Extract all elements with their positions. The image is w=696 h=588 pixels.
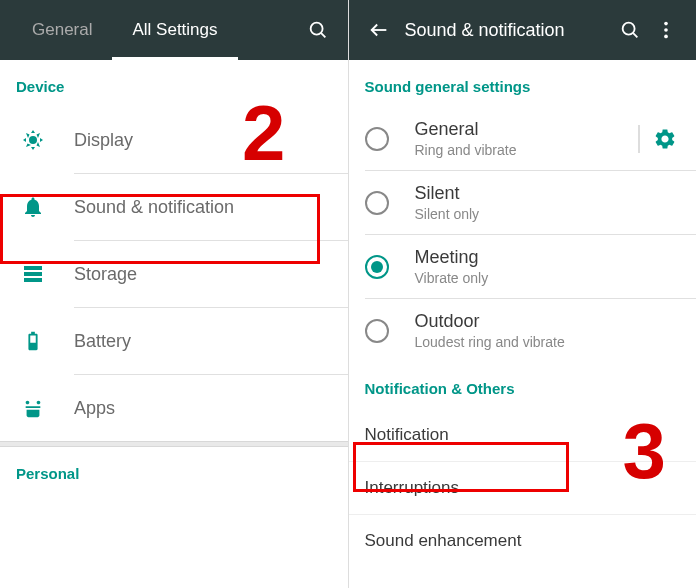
panel-settings-list: General All Settings Device Display Soun…: [0, 0, 349, 588]
svg-point-10: [664, 28, 668, 32]
profile-title: Outdoor: [415, 311, 681, 332]
svg-line-1: [321, 33, 325, 37]
tab-all-settings[interactable]: All Settings: [112, 0, 237, 60]
profile-sub: Silent only: [415, 206, 681, 222]
svg-point-11: [664, 35, 668, 39]
radio-icon: [365, 255, 389, 279]
item-interruptions[interactable]: Interruptions: [349, 462, 697, 515]
panel-sound-notification: Sound & notification Sound general setti…: [349, 0, 697, 588]
gear-icon[interactable]: [650, 124, 680, 154]
storage-icon: [18, 259, 48, 289]
topbar-left: General All Settings: [0, 0, 348, 60]
bell-icon: [18, 192, 48, 222]
topbar-right: Sound & notification: [349, 0, 697, 60]
search-icon[interactable]: [300, 12, 336, 48]
item-label: Display: [74, 130, 133, 151]
item-notification[interactable]: Notification: [349, 409, 697, 462]
profile-sub: Ring and vibrate: [415, 142, 639, 158]
profile-meeting[interactable]: Meeting Vibrate only: [349, 235, 697, 298]
item-sound-enhancement[interactable]: Sound enhancement: [349, 515, 697, 567]
tab-general[interactable]: General: [12, 0, 112, 60]
apps-icon: [18, 393, 48, 423]
item-apps[interactable]: Apps: [0, 375, 348, 441]
radio-icon: [365, 319, 389, 343]
screen-title: Sound & notification: [405, 20, 613, 41]
item-label: Apps: [74, 398, 115, 419]
separator: [638, 125, 640, 153]
profile-text: General Ring and vibrate: [415, 119, 639, 158]
radio-icon: [365, 191, 389, 215]
section-notif-others: Notification & Others: [349, 362, 697, 409]
svg-point-0: [310, 23, 322, 35]
item-sound-notification[interactable]: Sound & notification: [0, 174, 348, 240]
brightness-icon: [18, 125, 48, 155]
svg-rect-3: [24, 266, 42, 270]
profile-text: Meeting Vibrate only: [415, 247, 681, 286]
section-device: Device: [0, 60, 348, 107]
section-sound-general: Sound general settings: [349, 60, 697, 107]
svg-point-9: [664, 22, 668, 26]
svg-point-2: [29, 136, 37, 144]
svg-rect-5: [24, 278, 42, 282]
svg-rect-4: [24, 272, 42, 276]
profile-text: Outdoor Loudest ring and vibrate: [415, 311, 681, 350]
svg-line-8: [633, 33, 637, 37]
item-label: Sound & notification: [74, 197, 234, 218]
profile-general[interactable]: General Ring and vibrate: [349, 107, 697, 170]
settings-content: Device Display Sound & notification Stor…: [0, 60, 348, 588]
radio-icon: [365, 127, 389, 151]
battery-icon: [18, 326, 48, 356]
search-icon[interactable]: [612, 12, 648, 48]
back-icon[interactable]: [361, 12, 397, 48]
profile-silent[interactable]: Silent Silent only: [349, 171, 697, 234]
section-personal: Personal: [0, 447, 348, 494]
item-label: Storage: [74, 264, 137, 285]
profile-title: General: [415, 119, 639, 140]
profile-sub: Vibrate only: [415, 270, 681, 286]
sound-content: Sound general settings General Ring and …: [349, 60, 697, 588]
profile-title: Silent: [415, 183, 681, 204]
profile-text: Silent Silent only: [415, 183, 681, 222]
overflow-menu-icon[interactable]: [648, 12, 684, 48]
profile-outdoor[interactable]: Outdoor Loudest ring and vibrate: [349, 299, 697, 362]
item-battery[interactable]: Battery: [0, 308, 348, 374]
item-display[interactable]: Display: [0, 107, 348, 173]
tabs: General All Settings: [12, 0, 300, 60]
svg-point-7: [623, 23, 635, 35]
profile-sub: Loudest ring and vibrate: [415, 334, 681, 350]
item-storage[interactable]: Storage: [0, 241, 348, 307]
profile-title: Meeting: [415, 247, 681, 268]
item-label: Battery: [74, 331, 131, 352]
